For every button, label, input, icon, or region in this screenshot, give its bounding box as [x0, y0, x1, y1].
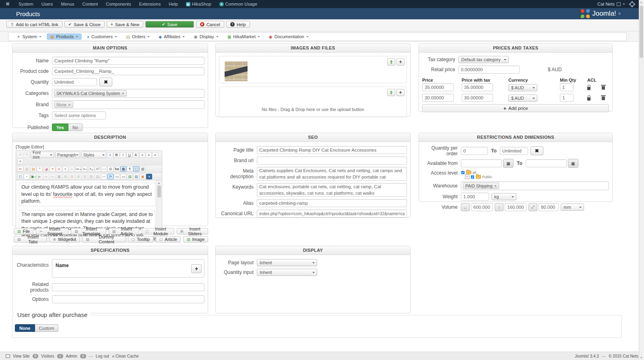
weight-unit-select[interactable]: kg: [491, 193, 516, 200]
hikashop-menu-orders[interactable]: ▤ Orders: [122, 33, 153, 40]
insert-doc-icon[interactable]: ▤: [127, 174, 133, 179]
related-products-input[interactable]: [52, 283, 204, 291]
indent-icon[interactable]: »: [62, 166, 68, 172]
currency-select[interactable]: $ AUD: [508, 84, 537, 91]
topbar-common-usage[interactable]: ✦ Common Usage: [215, 2, 261, 6]
table-icon[interactable]: ▦: [120, 166, 126, 172]
calendar-icon[interactable]: ▦: [503, 159, 514, 168]
upload-image-button[interactable]: ⇧: [387, 58, 395, 66]
upload-file-button[interactable]: ⇧: [387, 89, 395, 96]
article-button[interactable]: ▢ Article: [156, 236, 181, 243]
align-center-icon[interactable]: ≡: [146, 152, 152, 158]
horizontal-rule-icon[interactable]: —: [101, 166, 107, 172]
access-public-checkbox[interactable]: [471, 175, 475, 179]
topbar-hikashop[interactable]: ▦ HikaShop: [182, 2, 215, 6]
show-blocks-icon[interactable]: ▢: [133, 166, 139, 172]
strikethrough-icon[interactable]: S: [133, 152, 139, 158]
eraser-icon[interactable]: ◪: [43, 166, 49, 172]
topbar-menu-item[interactable]: Users: [37, 2, 57, 6]
save-button[interactable]: ✔ Save: [145, 21, 194, 28]
delete-price-icon[interactable]: [602, 97, 605, 100]
scrollbar-thumb[interactable]: [640, 6, 643, 58]
font-size-select[interactable]: Font size: [31, 152, 54, 158]
preview-icon[interactable]: ⟳: [107, 174, 114, 179]
volume-x-input[interactable]: [471, 203, 493, 211]
product-code-input[interactable]: [52, 67, 204, 75]
min-qty-input[interactable]: [560, 94, 574, 102]
align-right-icon[interactable]: ≡: [152, 152, 158, 158]
fullscreen-icon[interactable]: ◰: [17, 174, 23, 179]
user-menu[interactable]: Cat Nets: [597, 2, 625, 6]
translate-icon[interactable]: ba: [114, 166, 120, 172]
toggle-editor-link[interactable]: [Toggle Editor]: [16, 144, 206, 149]
clear-qty-max-button[interactable]: [530, 146, 543, 155]
layer-icon[interactable]: ▭: [114, 174, 120, 179]
published-no-button[interactable]: No: [68, 123, 83, 131]
currency-select[interactable]: $ AUD: [508, 95, 537, 102]
min-qty-input[interactable]: [560, 83, 574, 91]
canonical-url-input[interactable]: [257, 210, 407, 218]
align-justify-icon[interactable]: ≡: [17, 158, 23, 164]
options-input[interactable]: [52, 295, 204, 303]
hikashop-menu-affiliates[interactable]: ◆ Affiliates: [155, 33, 188, 40]
spellcheck-icon[interactable]: A: [107, 152, 113, 158]
merge-cells-icon[interactable]: ▥: [88, 174, 94, 179]
warehouse-chip[interactable]: PAID Shipping: [463, 183, 499, 189]
media-icon[interactable]: ▶: [37, 174, 43, 179]
find-icon[interactable]: ⊙: [107, 166, 114, 172]
available-from-input[interactable]: [461, 159, 502, 167]
seo-page-title-input[interactable]: [257, 146, 407, 154]
hikashop-menu-system[interactable]: ✦ System: [13, 33, 45, 40]
redo-icon[interactable]: ↷: [24, 152, 30, 158]
hikashop-menu-display[interactable]: ▣ Display: [190, 33, 222, 40]
height-dimension-icon[interactable]: ↕: [495, 203, 504, 211]
topbar-menu-item[interactable]: Components: [102, 2, 135, 6]
dummy-content-button[interactable]: ▤ Dummy Content: [82, 236, 125, 243]
editor-scrollbar[interactable]: [156, 181, 162, 232]
name-input[interactable]: [52, 57, 204, 65]
keywords-input[interactable]: [257, 183, 407, 197]
insert-snippet-button[interactable]: ✂ Insert Snippet: [36, 228, 68, 235]
unlink-icon[interactable]: ∞: [50, 174, 56, 179]
acl-lock-icon[interactable]: [587, 87, 590, 90]
price-input[interactable]: [422, 94, 454, 102]
numbered-list-icon[interactable]: ≔: [75, 166, 81, 172]
access-all-checkbox[interactable]: [461, 171, 465, 174]
quantity-input-select[interactable]: Inherit: [257, 269, 317, 276]
clear-quantity-button[interactable]: [99, 78, 112, 86]
split-cells-icon[interactable]: ▤: [95, 174, 101, 179]
container-icon[interactable]: ▭: [120, 174, 126, 179]
add-image-button[interactable]: +: [396, 58, 405, 66]
meta-description-input[interactable]: [257, 167, 407, 181]
qty-min-input[interactable]: [461, 147, 488, 155]
image-button[interactable]: ▤ Image: [183, 236, 208, 243]
price-input[interactable]: [422, 83, 454, 91]
calendar-icon[interactable]: ▦: [568, 159, 578, 168]
brand-url-input[interactable]: [257, 156, 407, 165]
topbar-menu-item[interactable]: System: [14, 2, 37, 6]
width-dimension-icon[interactable]: ↔: [461, 203, 470, 211]
tax-category-select[interactable]: Default tax category: [458, 56, 509, 63]
quantity-input[interactable]: [52, 78, 97, 86]
delete-price-icon[interactable]: [602, 86, 605, 90]
price-with-tax-input[interactable]: [462, 83, 493, 91]
superscript-icon[interactable]: A²: [95, 166, 101, 172]
hikashop-menu-hikamarket[interactable]: ▦ HikaMarket: [224, 33, 264, 40]
volume-y-input[interactable]: [505, 203, 526, 211]
topbar-menu-item[interactable]: Help: [165, 2, 182, 6]
underline-icon[interactable]: U: [126, 152, 132, 158]
category-chip[interactable]: SKYWALKS Cat Climbing System: [54, 90, 127, 97]
cut-icon[interactable]: ✂: [17, 166, 23, 172]
published-yes-button[interactable]: Yes: [52, 123, 68, 131]
print-icon[interactable]: ▤: [140, 166, 146, 172]
save-disk-icon[interactable]: ▪: [146, 174, 152, 179]
hikashop-menu-products[interactable]: ▦ Products: [47, 33, 82, 40]
photo-icon[interactable]: ▣: [140, 174, 146, 179]
pilcrow-icon[interactable]: ¶: [127, 166, 133, 172]
qty-max-input[interactable]: [500, 147, 528, 155]
font-color-icon[interactable]: A: [56, 166, 62, 172]
paste-icon[interactable]: ▤: [30, 166, 36, 172]
blockquote-icon[interactable]: ": [37, 166, 43, 172]
save-close-button[interactable]: ✔ Save & Close: [64, 21, 105, 28]
undo-icon[interactable]: ↶: [17, 152, 23, 158]
